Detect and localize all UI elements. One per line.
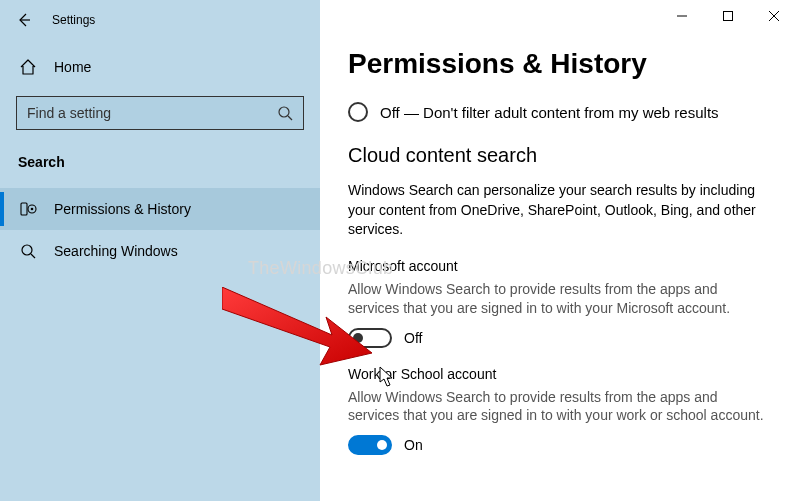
titlebar: Settings — [0, 0, 320, 40]
work-school-block: Work or School account Allow Windows Sea… — [348, 366, 769, 456]
maximize-button[interactable] — [705, 0, 751, 32]
search-icon — [18, 242, 38, 260]
svg-line-2 — [288, 116, 292, 120]
nav-permissions-history[interactable]: Permissions & History — [0, 188, 320, 230]
work-school-title: Work or School account — [348, 366, 769, 382]
svg-line-7 — [31, 254, 35, 258]
content-pane: Permissions & History Off — Don't filter… — [320, 0, 797, 501]
back-button[interactable] — [8, 4, 40, 36]
work-school-toggle-state: On — [404, 437, 423, 453]
sidebar-category: Search — [0, 148, 320, 188]
microsoft-account-toggle-state: Off — [404, 330, 422, 346]
find-setting-input[interactable] — [27, 105, 277, 121]
cloud-section-title: Cloud content search — [348, 144, 769, 167]
microsoft-account-toggle[interactable] — [348, 328, 392, 348]
work-school-toggle[interactable] — [348, 435, 392, 455]
find-setting-box[interactable] — [16, 96, 304, 130]
home-icon — [18, 58, 38, 76]
svg-point-1 — [279, 107, 289, 117]
cloud-section-desc: Windows Search can personalize your sear… — [348, 181, 769, 240]
svg-point-5 — [31, 208, 34, 211]
svg-point-6 — [22, 245, 32, 255]
nav-searching-windows[interactable]: Searching Windows — [0, 230, 320, 272]
permissions-icon — [18, 200, 38, 218]
nav-home[interactable]: Home — [0, 48, 320, 86]
microsoft-account-block: Microsoft account Allow Windows Search t… — [348, 258, 769, 348]
close-icon — [768, 10, 780, 22]
safesearch-off-option[interactable]: Off — Don't filter adult content from my… — [348, 102, 769, 122]
microsoft-account-desc: Allow Windows Search to provide results … — [348, 280, 769, 318]
svg-rect-9 — [724, 12, 733, 21]
minimize-icon — [676, 10, 688, 22]
search-icon — [277, 105, 293, 121]
maximize-icon — [722, 10, 734, 22]
microsoft-account-title: Microsoft account — [348, 258, 769, 274]
sidebar: Settings Home Search Permissions & Histo… — [0, 0, 320, 501]
arrow-left-icon — [16, 12, 32, 28]
window-title: Settings — [52, 13, 95, 27]
work-school-desc: Allow Windows Search to provide results … — [348, 388, 769, 426]
nav-item-label: Searching Windows — [54, 243, 178, 259]
nav-home-label: Home — [54, 59, 91, 75]
svg-rect-3 — [21, 203, 27, 215]
page-title: Permissions & History — [348, 48, 769, 80]
close-button[interactable] — [751, 0, 797, 32]
radio-label: Off — Don't filter adult content from my… — [380, 104, 719, 121]
nav-item-label: Permissions & History — [54, 201, 191, 217]
radio-icon — [348, 102, 368, 122]
window-controls — [659, 0, 797, 32]
minimize-button[interactable] — [659, 0, 705, 32]
